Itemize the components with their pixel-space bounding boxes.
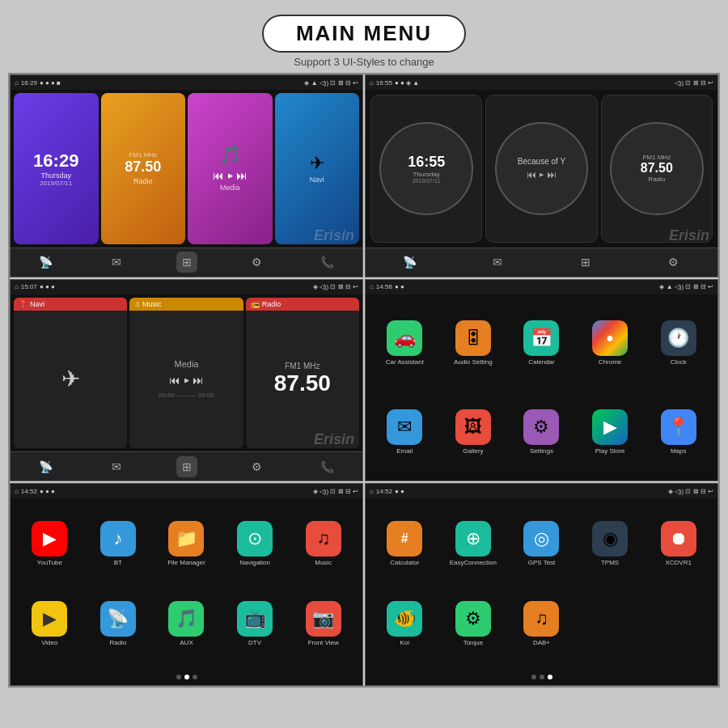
screen-2[interactable]: ⌂ 16:55 ● ● ◈ ▲ ◁)) ⊡ ⊠ ⊟ ↩ 16:55 Thursd… <box>365 74 718 277</box>
dot-6 <box>548 675 552 679</box>
youtube-icon: ▶ <box>32 521 67 557</box>
apps-icon-3[interactable]: ⊞ <box>176 456 197 477</box>
screen-4[interactable]: ⌂ 14:58 ● ● ◈ ▲ ◁)) ⊡ ⊠ ⊟ ↩ 🚗 Car Assist… <box>365 279 718 482</box>
signal-bt-icon-2[interactable]: 📡 <box>399 252 420 273</box>
media-text: Media <box>175 359 199 369</box>
signal-bt-icon-3[interactable]: 📡 <box>36 456 57 477</box>
media-label: Media <box>220 184 240 192</box>
app-dab[interactable]: ♫ DAB+ <box>509 586 574 662</box>
app-torque[interactable]: ⚙ Torque <box>441 586 506 662</box>
torque-label: Torque <box>463 639 483 646</box>
app-audio-setting[interactable]: 🎛 Audio Setting <box>441 301 506 386</box>
koi-label: Koi <box>400 639 410 646</box>
app-bt[interactable]: ♪ BT <box>86 505 151 582</box>
signal-icons-6: ● ● <box>395 488 404 495</box>
app-calendar[interactable]: 📅 Calendar <box>509 301 574 386</box>
media-widget-2: Because of Y ⏮ ▶ ⏭ <box>485 95 597 243</box>
msg-icon-3[interactable]: ✉ <box>106 456 127 477</box>
app-radio[interactable]: 📡 Radio <box>86 586 151 662</box>
app-aux[interactable]: 🎵 AUX <box>154 586 219 662</box>
music-controls: ⏮ ▶ ⏭ <box>169 374 204 387</box>
radio-card[interactable]: 📻 Radio FM1 MHz 87.50 <box>246 298 359 449</box>
phone-icon-3[interactable]: 📞 <box>317 456 338 477</box>
settings-icon[interactable]: ⚙ <box>247 252 268 273</box>
signal-bt-icon[interactable]: 📡 <box>36 252 57 273</box>
screen3-cards: 📍 Navi ✈ ♫ Music Media ⏮ ▶ ⏭ 00 <box>11 294 362 452</box>
status-bar-4: ⌂ 14:58 ● ● ◈ ▲ ◁)) ⊡ ⊠ ⊟ ↩ <box>366 280 717 294</box>
app-tpms[interactable]: ◉ TPMS <box>578 505 643 582</box>
app-clock[interactable]: 🕐 Clock <box>645 301 711 386</box>
apps-icon[interactable]: ⊞ <box>176 252 197 273</box>
navi-card[interactable]: 📍 Navi ✈ <box>14 298 127 449</box>
app-chrome[interactable]: ● Chrome <box>578 301 643 386</box>
navigation-label: Navigation <box>239 559 270 566</box>
music-card-body: Media ⏮ ▶ ⏭ 00:00 ——— 00:00 <box>129 311 243 449</box>
app-koi[interactable]: 🐠 Koi <box>372 586 438 662</box>
app-navigation[interactable]: ⊙ Navigation <box>222 505 288 582</box>
apps-icon-2[interactable]: ⊞ <box>575 252 596 273</box>
nav-icons-3: ◈ ◁)) ⊡ ⊠ ⊟ ↩ <box>313 283 358 290</box>
app-car-assistant[interactable]: 🚗 Car Assistant <box>372 301 438 386</box>
music-card[interactable]: ♫ Music Media ⏮ ▶ ⏭ 00:00 ——— 00:00 <box>129 298 243 449</box>
time-status-4: 14:58 <box>376 283 392 290</box>
phone-icon[interactable]: 📞 <box>317 252 338 273</box>
app-music[interactable]: ♫ Music <box>290 505 356 582</box>
time-status: 16:29 <box>21 79 37 87</box>
status-bar-5: ⌂ 14:52 ● ● ● ◈ ◁)) ⊡ ⊠ ⊟ ↩ <box>11 484 362 498</box>
time-widget-2: 16:55 Thursday 2019/07/11 <box>370 95 482 243</box>
dot-5 <box>540 675 544 679</box>
dot-3 <box>193 675 197 679</box>
msg-icon-2[interactable]: ✉ <box>487 252 508 273</box>
app-calculator[interactable]: # Calculator <box>372 505 438 582</box>
app-file-manager[interactable]: 📁 File Manager <box>154 505 219 582</box>
screen-6[interactable]: ⌂ 14:52 ● ● ◈ ◁)) ⊡ ⊠ ⊟ ↩ # Calculator ⊕… <box>365 483 718 686</box>
app-gallery[interactable]: 🖼 Gallery <box>441 389 506 474</box>
screen-1[interactable]: ⌂ 16:29 ● ● ● ■ ◈ ▲ ◁)) ⊡ ⊠ ⊟ ↩ 16:29 Th… <box>10 74 363 277</box>
app-settings[interactable]: ⚙ Settings <box>509 389 574 474</box>
page-dots-5 <box>11 669 362 685</box>
app-youtube[interactable]: ▶ YouTube <box>17 505 83 582</box>
screen-3[interactable]: ⌂ 15:07 ● ● ● ◈ ◁)) ⊡ ⊠ ⊟ ↩ 📍 Navi ✈ <box>10 279 363 482</box>
screen-5[interactable]: ⌂ 14:52 ● ● ● ◈ ◁)) ⊡ ⊠ ⊟ ↩ ▶ YouTube ♪ … <box>10 483 363 686</box>
settings-icon-3[interactable]: ⚙ <box>247 456 268 477</box>
dtv-label: DTV <box>248 639 261 646</box>
radio-widget[interactable]: FM1 MHz 87.50 Radio <box>101 93 186 244</box>
msg-icon[interactable]: ✉ <box>106 252 127 273</box>
navi-widget[interactable]: ✈ Navi <box>275 93 360 244</box>
app-xcdvr1[interactable]: ⏺ XCDVR1 <box>645 505 711 582</box>
app-gps-test[interactable]: ◎ GPS Test <box>509 505 574 582</box>
gallery-icon: 🖼 <box>455 409 491 445</box>
clock-display: 16:29 <box>33 150 78 171</box>
header-subtitle: Support 3 UI-Styles to change <box>0 56 728 68</box>
settings-icon-2[interactable]: ⚙ <box>663 252 684 273</box>
placeholder-1 <box>578 586 643 662</box>
aux-label: AUX <box>180 639 193 646</box>
nav-icons-4: ◈ ▲ ◁)) ⊡ ⊠ ⊟ ↩ <box>659 283 713 290</box>
home-icon-3: ⌂ <box>15 283 19 290</box>
bottom-bar-2: 📡 ✉ ⊞ ⚙ <box>366 248 717 277</box>
signal-icons-4: ● ● <box>395 283 404 290</box>
time-widget: 16:29 Thursday 2019/07/11 <box>14 93 99 244</box>
media-widget[interactable]: 🎵 ⏮ ▶ ⏭ Media <box>188 93 273 244</box>
file-manager-label: File Manager <box>167 559 205 566</box>
audio-setting-label: Audio Setting <box>454 358 493 366</box>
app-play-store[interactable]: ▶ Play Store <box>578 389 643 474</box>
dot-1 <box>176 675 181 679</box>
gps-test-label: GPS Test <box>528 559 556 566</box>
email-label: Email <box>396 447 413 455</box>
app-front-view[interactable]: 📷 Front View <box>290 586 356 662</box>
music-label: Music <box>315 559 332 566</box>
aux-icon: 🎵 <box>168 601 204 637</box>
app-email[interactable]: ✉ Email <box>372 389 438 474</box>
dab-label: DAB+ <box>533 639 550 646</box>
navi-send-icon: ✈ <box>61 366 80 392</box>
time-status-5: 14:52 <box>21 488 37 495</box>
home-icon-5: ⌂ <box>15 488 19 495</box>
app-easy-connection[interactable]: ⊕ EasyConnection <box>441 505 506 582</box>
app-video[interactable]: ▶ Video <box>17 586 83 662</box>
music-card-header: ♫ Music <box>129 298 243 311</box>
app-dtv[interactable]: 📺 DTV <box>222 586 288 662</box>
maps-icon: 📍 <box>661 409 696 445</box>
gps-test-icon: ◎ <box>523 521 559 557</box>
app-maps[interactable]: 📍 Maps <box>645 389 711 474</box>
